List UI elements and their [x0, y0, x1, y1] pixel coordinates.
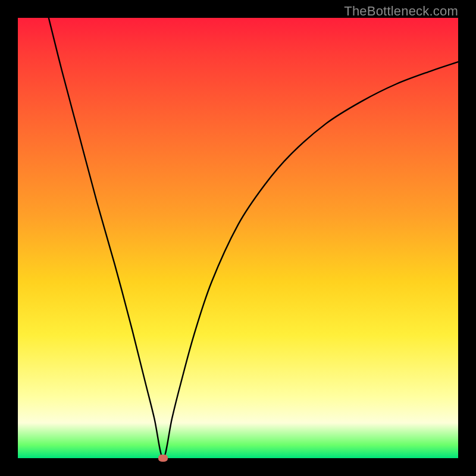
curve-path	[49, 18, 458, 458]
bottleneck-curve	[18, 18, 458, 458]
chart-frame: TheBottleneck.com	[0, 0, 476, 476]
watermark-text: TheBottleneck.com	[344, 4, 458, 19]
optimum-marker	[158, 455, 168, 462]
plot-area	[18, 18, 458, 458]
